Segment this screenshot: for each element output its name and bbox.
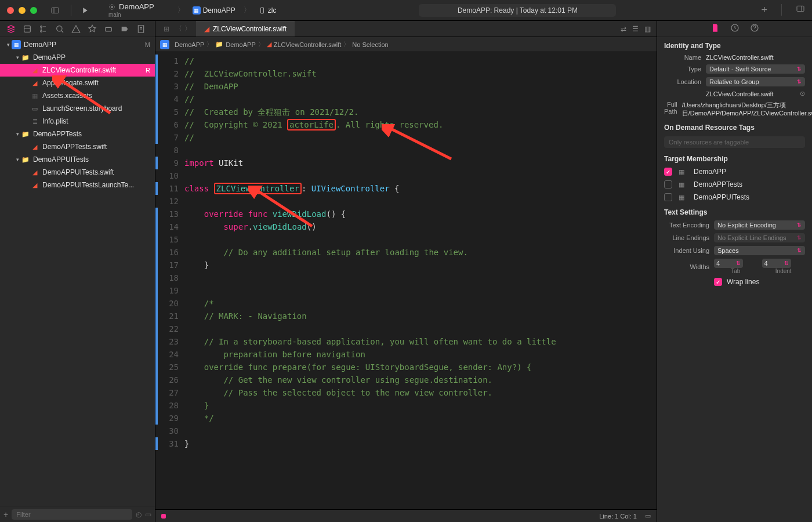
code-editor[interactable]: 1234567891011121314151617181920212223242…: [155, 52, 657, 509]
find-navigator-icon[interactable]: [52, 21, 67, 37]
scheme-selector[interactable]: DemoAPP main: [108, 2, 154, 18]
add-button[interactable]: +: [761, 4, 767, 16]
related-items-icon[interactable]: ⊞: [164, 25, 169, 33]
breakpoint-navigator-icon[interactable]: [117, 21, 132, 37]
run-target-device[interactable]: zlc: [254, 5, 281, 16]
storyboard-icon: ▭: [30, 104, 39, 113]
swift-icon: ◢: [30, 142, 39, 151]
identity-section-header: Identity and Type: [657, 37, 812, 52]
folder-row[interactable]: ▾📁 DemoAPPUITests: [0, 153, 155, 166]
file-row[interactable]: ▭LaunchScreen.storyboard: [0, 102, 155, 115]
project-navigator-icon[interactable]: [3, 21, 19, 37]
add-editor-icon[interactable]: ▥: [644, 25, 651, 33]
symbol-navigator-icon[interactable]: [36, 21, 51, 37]
folder-row[interactable]: ▾📁 DemoAPP: [0, 51, 155, 64]
file-row[interactable]: ◢DemoAPPTests.swift: [0, 140, 155, 153]
target-icon: ▦: [677, 193, 686, 202]
folder-row[interactable]: ▾📁 DemoAPPTests: [0, 128, 155, 140]
run-target-app[interactable]: ▦ DemoAPP: [188, 5, 240, 16]
tab-bar: ⊞ 〈 〉 ◢ ZLCViewController.swift ⇄ ☰ ▥: [155, 21, 657, 37]
jump-bar[interactable]: ▦DemoAPP 〉 📁DemoAPP 〉 ◢ZLCViewController…: [155, 37, 657, 52]
file-row[interactable]: ▦Assets.xcassets: [0, 89, 155, 102]
folder-icon: 📁: [21, 129, 30, 139]
tab-width-stepper[interactable]: 4⇅: [714, 259, 743, 268]
test-navigator-icon[interactable]: [85, 21, 100, 37]
editor-tab[interactable]: ◢ ZLCViewController.swift: [196, 21, 295, 37]
wrap-lines-checkbox[interactable]: ✓: [714, 278, 722, 286]
target-section-header: Target Membership: [657, 150, 812, 165]
editor-options-icon[interactable]: ⇄: [621, 25, 626, 33]
target-checkbox[interactable]: [664, 193, 672, 201]
editor-status-bar: Line: 1 Col: 1 ▭: [155, 509, 657, 522]
svg-rect-12: [106, 27, 112, 31]
file-row[interactable]: ◢DemoAPPUITestsLaunchTe...: [0, 179, 155, 191]
file-inspector-tab-icon[interactable]: [710, 23, 720, 34]
location-select[interactable]: Relative to Group⇅: [706, 77, 805, 86]
help-inspector-tab-icon[interactable]: [750, 23, 759, 34]
target-checkbox[interactable]: ✓: [664, 168, 672, 176]
tab-title: ZLCViewController.swift: [213, 25, 287, 33]
navigator-filter-input[interactable]: [12, 509, 132, 520]
issue-navigator-icon[interactable]: [68, 21, 84, 37]
navigator-panel: ▾▦ DemoAPPM ▾📁 DemoAPP ◢ZLCViewControlle…: [0, 21, 155, 522]
file-row[interactable]: ≣Info.plist: [0, 115, 155, 128]
full-path-value: /Users/zhanglichuan/Desktop/三方项目/DemoAPP…: [682, 101, 812, 117]
file-row[interactable]: ◢ZLCViewController.swiftR: [0, 64, 155, 77]
swift-icon: ◢: [204, 25, 209, 33]
file-tree: ▾▦ DemoAPPM ▾📁 DemoAPP ◢ZLCViewControlle…: [0, 37, 155, 506]
library-icon[interactable]: [796, 4, 805, 16]
window-controls: [7, 7, 37, 14]
svg-point-2: [111, 6, 113, 8]
minimize-window-button[interactable]: [19, 7, 26, 14]
swift-icon: ◢: [30, 180, 39, 190]
filter-scm-icon[interactable]: ▭: [145, 510, 151, 519]
cursor-position: Line: 1 Col: 1: [599, 513, 637, 520]
svg-rect-3: [260, 8, 263, 13]
swift-icon: ◢: [30, 78, 39, 88]
title-bar: DemoAPP main 〉 ▦ DemoAPP 〉 zlc DemoAPP: …: [0, 0, 812, 21]
indent-width-stepper[interactable]: 4⇅: [762, 259, 791, 268]
back-icon[interactable]: 〈: [175, 24, 182, 34]
line-endings-select[interactable]: No Explicit Line Endings⇅: [714, 233, 805, 242]
minimap-toggle-icon[interactable]: ▭: [645, 512, 651, 520]
swift-icon: ◢: [30, 168, 39, 177]
editor-panel: ⊞ 〈 〉 ◢ ZLCViewController.swift ⇄ ☰ ▥ ▦D…: [155, 21, 657, 522]
file-name-field[interactable]: ZLCViewController.swift: [706, 54, 805, 61]
encoding-select[interactable]: No Explicit Encoding⇅: [714, 220, 805, 230]
add-file-icon[interactable]: +: [3, 510, 8, 519]
status-indicator: [161, 514, 166, 519]
scheme-name: DemoAPP: [119, 2, 154, 11]
adjust-editor-icon[interactable]: ☰: [632, 25, 639, 33]
inspector-panel: Identity and Type Name ZLCViewController…: [657, 21, 812, 522]
activity-viewer: DemoAPP: Ready | Today at 12:01 PM: [419, 4, 616, 17]
debug-navigator-icon[interactable]: [101, 21, 116, 37]
history-inspector-tab-icon[interactable]: [730, 23, 740, 34]
file-row[interactable]: ◢DemoAPPUITests.swift: [0, 166, 155, 179]
report-navigator-icon[interactable]: [133, 21, 148, 37]
svg-rect-6: [24, 26, 31, 32]
file-type-select[interactable]: Default - Swift Source⇅: [706, 64, 805, 74]
zoom-window-button[interactable]: [30, 7, 37, 14]
target-checkbox[interactable]: [664, 180, 672, 188]
indent-using-select[interactable]: Spaces⇅: [714, 246, 805, 255]
target-membership-row[interactable]: ▦ DemoAPPTests: [657, 178, 812, 191]
run-button[interactable]: [77, 3, 92, 18]
target-membership-row[interactable]: ✓ ▦ DemoAPP: [657, 165, 812, 178]
svg-point-8: [41, 26, 42, 27]
file-row[interactable]: ◢AppDelegate.swift: [0, 77, 155, 89]
folder-icon: 📁: [21, 53, 30, 62]
project-root[interactable]: ▾▦ DemoAPPM: [0, 38, 155, 51]
folder-icon: 📁: [21, 155, 30, 164]
location-file: ZLCViewController.swift: [706, 90, 798, 97]
close-window-button[interactable]: [7, 7, 14, 14]
forward-icon[interactable]: 〉: [184, 24, 191, 34]
target-membership-row[interactable]: ▦ DemoAPPUITests: [657, 191, 812, 204]
svg-line-11: [61, 30, 63, 32]
source-control-navigator-icon[interactable]: [20, 21, 35, 37]
choose-path-icon[interactable]: ⊙: [800, 90, 805, 97]
swift-icon: ◢: [30, 66, 39, 75]
target-icon: ▦: [677, 167, 686, 176]
toggle-navigator-icon[interactable]: [48, 3, 63, 18]
branch-name: main: [108, 12, 154, 18]
filter-recent-icon[interactable]: ◴: [136, 510, 142, 519]
